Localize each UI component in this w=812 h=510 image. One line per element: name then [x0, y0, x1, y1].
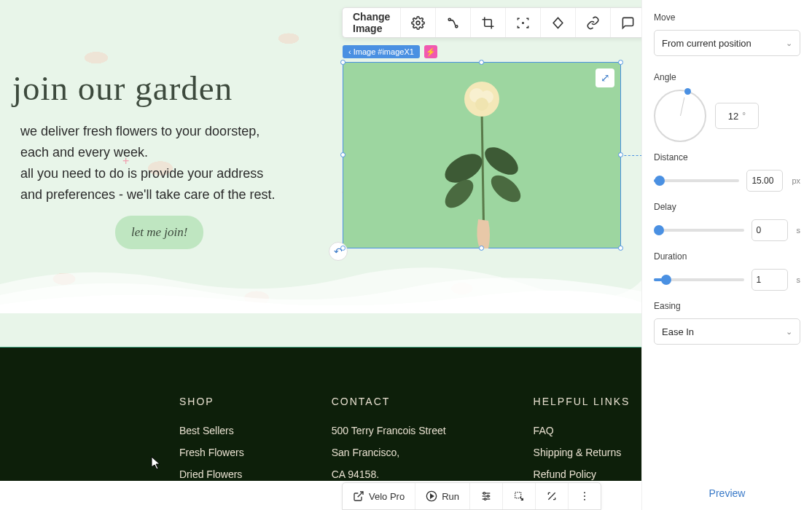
- easing-select[interactable]: Ease In ⌄: [654, 318, 800, 345]
- footer-text: 500 Terry Francois Street: [332, 425, 446, 436]
- anchor-marker: +: [122, 154, 129, 168]
- delay-unit: s: [797, 226, 801, 235]
- move-label: Move: [654, 12, 800, 23]
- move-select[interactable]: From current position ⌄: [654, 30, 800, 56]
- animation-icon[interactable]: [436, 8, 471, 37]
- dial-knob[interactable]: [684, 88, 691, 95]
- delay-slider[interactable]: [654, 229, 744, 232]
- editor-canvas[interactable]: join our garden we deliver fresh flowers…: [0, 0, 641, 481]
- footer-helpful-column: HELPFUL LINKS FAQ Shipping & Returns Ref…: [534, 396, 631, 481]
- angle-value: 12: [728, 111, 738, 122]
- external-link-icon: [353, 490, 364, 502]
- chevron-down-icon: ⌄: [786, 327, 792, 337]
- footer-contact-column: CONTACT 500 Terry Francois Street San Fr…: [332, 396, 446, 481]
- slider-thumb[interactable]: [661, 275, 671, 285]
- duration-label: Duration: [654, 251, 800, 262]
- link-icon[interactable]: [576, 8, 611, 37]
- duration-value: 1: [757, 275, 762, 285]
- distance-slider[interactable]: [654, 179, 739, 182]
- expand-icon[interactable]: [536, 483, 569, 509]
- velo-pro-label: Velo Pro: [369, 491, 405, 502]
- distance-input[interactable]: 15.00: [746, 170, 783, 192]
- settings-icon[interactable]: [401, 8, 436, 37]
- distance-value: 15.00: [752, 176, 773, 186]
- resize-handle[interactable]: [479, 246, 484, 251]
- site-footer: SHOP Best Sellers Fresh Flowers Dried Fl…: [0, 347, 641, 481]
- move-select-value: From current position: [662, 38, 752, 49]
- easing-select-value: Ease In: [662, 326, 694, 337]
- angle-dial[interactable]: [654, 90, 706, 142]
- cta-button[interactable]: let me join!: [115, 216, 203, 249]
- delay-input[interactable]: 0: [752, 219, 788, 241]
- duration-slider[interactable]: [654, 278, 744, 281]
- svg-point-9: [416, 21, 420, 25]
- footer-link[interactable]: Best Sellers: [179, 425, 244, 436]
- resize-handle[interactable]: [618, 152, 623, 157]
- svg-point-18: [483, 493, 485, 495]
- comment-icon[interactable]: [611, 8, 641, 37]
- svg-point-22: [584, 492, 585, 493]
- chevron-down-icon: ⌄: [786, 39, 792, 48]
- resize-handle[interactable]: [340, 152, 346, 157]
- element-tag[interactable]: ‹ Image #imageX1: [343, 45, 420, 58]
- footer-text: CA 94158.: [332, 468, 446, 480]
- duration-input[interactable]: 1: [752, 269, 788, 291]
- selected-image-element[interactable]: ⤢ ↶: [343, 62, 621, 248]
- focal-point-icon[interactable]: [506, 8, 541, 37]
- resize-handle[interactable]: [479, 60, 484, 65]
- svg-point-4: [486, 170, 525, 208]
- play-icon: [426, 490, 437, 502]
- page-subhead: we deliver fresh flowers to your doorste…: [20, 121, 276, 205]
- svg-point-2: [480, 142, 523, 181]
- svg-point-20: [484, 498, 486, 501]
- preview-button[interactable]: Preview: [642, 487, 812, 499]
- slider-thumb[interactable]: [654, 225, 664, 235]
- slider-thumb[interactable]: [655, 176, 665, 186]
- duration-unit: s: [797, 275, 801, 284]
- element-tag-label: Image #imageX1: [354, 47, 414, 56]
- svg-marker-14: [431, 494, 434, 498]
- undo-icon[interactable]: ↶: [329, 242, 348, 261]
- delay-label: Delay: [654, 202, 800, 212]
- wave-divider: [0, 255, 641, 313]
- mask-icon[interactable]: [541, 8, 576, 37]
- resize-handle[interactable]: [618, 60, 623, 65]
- svg-point-19: [487, 495, 489, 498]
- crop-icon[interactable]: [471, 8, 506, 37]
- svg-point-23: [584, 495, 585, 497]
- change-image-button[interactable]: Change Image: [343, 8, 401, 37]
- footer-link[interactable]: Shipping & Returns: [534, 447, 631, 458]
- svg-point-11: [456, 25, 458, 27]
- velo-pro-button[interactable]: Velo Pro: [343, 483, 415, 509]
- subhead-line: and preferences - we'll take care of the…: [20, 184, 276, 205]
- delay-value: 0: [757, 225, 762, 235]
- flower-image: [427, 66, 536, 248]
- footer-link[interactable]: Dried Flowers: [179, 468, 244, 480]
- footer-shop-column: SHOP Best Sellers Fresh Flowers Dried Fl…: [179, 396, 244, 481]
- more-icon[interactable]: [569, 483, 601, 509]
- animation-bolt-icon[interactable]: ⚡: [424, 45, 437, 58]
- run-button[interactable]: Run: [415, 483, 470, 509]
- floating-toolbar: Change Image: [342, 7, 641, 38]
- resize-handle[interactable]: [340, 246, 346, 251]
- footer-heading: HELPFUL LINKS: [534, 396, 631, 407]
- dial-hand: [680, 97, 684, 116]
- select-icon[interactable]: [503, 483, 536, 509]
- expand-icon[interactable]: ⤢: [596, 68, 614, 87]
- resize-handle[interactable]: [618, 246, 623, 251]
- selection-tag-bar: ‹ Image #imageX1 ⚡: [343, 45, 437, 58]
- animation-panel: Move From current position ⌄ Angle 12 ° …: [641, 0, 812, 510]
- footer-text: San Francisco,: [332, 447, 446, 458]
- footer-link[interactable]: Fresh Flowers: [179, 447, 244, 458]
- subhead-line: all you need to do is provide your addre…: [20, 163, 276, 184]
- sliders-icon[interactable]: [470, 483, 503, 509]
- footer-link[interactable]: Refund Policy: [534, 468, 631, 480]
- angle-input[interactable]: 12 °: [715, 103, 759, 129]
- page-headline: join our garden: [12, 68, 233, 108]
- angle-unit: °: [742, 111, 746, 121]
- resize-handle[interactable]: [340, 60, 346, 65]
- subhead-line: each and every week.: [20, 142, 276, 163]
- footer-link[interactable]: FAQ: [534, 425, 631, 436]
- bottom-toolbar: Velo Pro Run: [342, 482, 601, 510]
- subhead-line: we deliver fresh flowers to your doorste…: [20, 121, 276, 142]
